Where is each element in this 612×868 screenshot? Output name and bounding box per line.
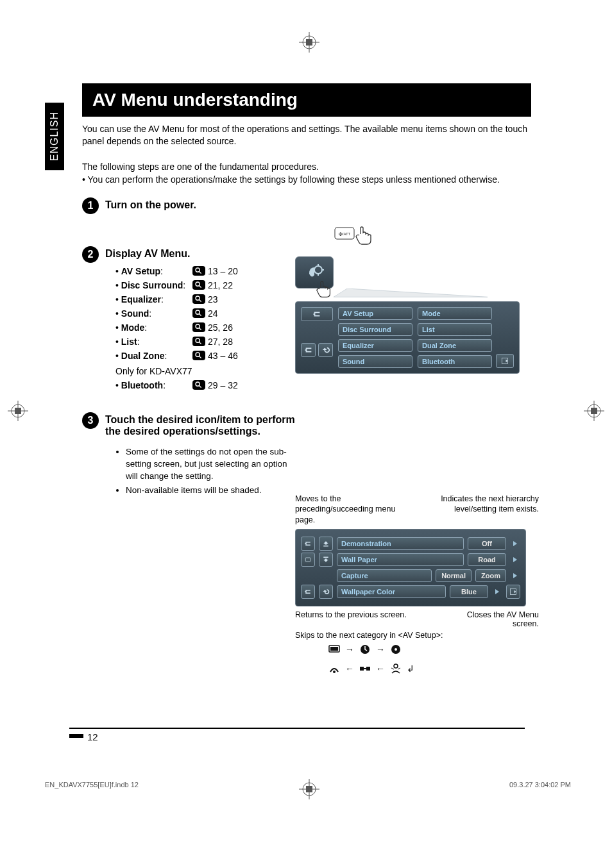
setting-value[interactable]: Off <box>468 537 506 550</box>
page-header: AV Menu understanding <box>82 83 531 117</box>
setting-value[interactable]: Zoom <box>475 569 506 582</box>
input-icon <box>358 663 372 674</box>
setting-value[interactable]: Blue <box>450 585 488 598</box>
expand-button[interactable] <box>301 585 315 599</box>
step-3: 3 Touch the desired icon/item to perform… <box>82 412 531 500</box>
menu-expand-button[interactable] <box>301 343 316 357</box>
svg-point-51 <box>394 664 398 668</box>
setting-value[interactable]: Normal <box>436 569 472 582</box>
caption-close: screen. <box>513 619 539 628</box>
page-ref-icon <box>192 380 205 390</box>
close-menu-button[interactable] <box>506 585 520 599</box>
power-button-graphic: ⏻/ATT <box>334 221 378 249</box>
registration-mark-right <box>584 401 604 421</box>
arrow-icon: ← <box>376 664 385 674</box>
menu-item-mode[interactable]: Mode <box>418 307 492 320</box>
step-3-note: Non-available items will be shaded. <box>126 485 298 497</box>
table-row: Wall Paper Road <box>301 553 520 567</box>
step-1-title: Turn on the power. <box>105 199 531 211</box>
svg-line-17 <box>199 271 201 273</box>
caption-preceding: Moves to the preceding/succeeding menu p… <box>295 494 407 525</box>
step-1: 1 Turn on the power. <box>82 197 531 214</box>
table-row: Capture Normal Zoom <box>301 569 520 583</box>
svg-line-27 <box>199 342 201 344</box>
step-3-note: Some of the settings do not open the sub… <box>126 446 298 483</box>
disc-icon <box>389 644 403 655</box>
menu-collapse-button[interactable] <box>301 307 333 321</box>
svg-point-46 <box>395 648 397 651</box>
step-number-icon: 3 <box>82 412 99 429</box>
footer-file: EN_KDAVX7755[EU]f.indb 12 <box>45 781 139 789</box>
setting-value[interactable]: Road <box>468 553 506 566</box>
menu-item-equalizer[interactable]: Equalizer <box>338 339 412 352</box>
menu-item-disc-surround[interactable]: Disc Surround <box>338 323 412 336</box>
page-ref-icon <box>192 337 205 346</box>
back-button[interactable] <box>318 343 333 357</box>
av-menu-graphic: AV Setup Mode Disc Surround List Equaliz… <box>295 256 532 374</box>
more-icon[interactable] <box>510 553 520 567</box>
svg-text:⏻/ATT: ⏻/ATT <box>339 232 351 236</box>
tuner-icon <box>327 663 341 674</box>
arrow-icon: → <box>345 644 354 655</box>
back-button[interactable] <box>319 585 333 599</box>
person-icon <box>389 663 403 674</box>
svg-line-31 <box>199 385 201 387</box>
svg-rect-49 <box>366 667 370 671</box>
intro-text: You can use the AV Menu for most of the … <box>82 123 531 147</box>
setting-label[interactable]: Wall Paper <box>337 553 464 566</box>
step3-detail-graphic: Moves to the preceding/succeeding menu p… <box>295 494 539 674</box>
footer-timestamp: 09.3.27 3:04:02 PM <box>509 781 571 789</box>
svg-rect-3 <box>306 39 312 46</box>
more-icon[interactable] <box>510 569 520 583</box>
display-icon <box>327 644 341 655</box>
svg-rect-48 <box>360 667 364 671</box>
menu-item-bluetooth[interactable]: Bluetooth <box>418 355 492 368</box>
page-ref-icon <box>192 308 205 318</box>
table-row: Wallpaper Color Blue <box>301 585 520 599</box>
setting-label[interactable]: Capture <box>337 569 432 582</box>
print-footer: EN_KDAVX7755[EU]f.indb 12 09.3.27 3:04:0… <box>45 781 571 789</box>
menu-item-av-setup[interactable]: AV Setup <box>338 307 412 320</box>
svg-line-53 <box>398 668 400 669</box>
svg-rect-11 <box>591 408 597 414</box>
collapse-button[interactable] <box>301 537 315 551</box>
page-down-button[interactable] <box>319 553 333 567</box>
svg-point-47 <box>333 671 336 673</box>
clock-icon <box>358 644 372 655</box>
setting-label[interactable]: Demonstration <box>337 537 464 550</box>
setting-label[interactable]: Wallpaper Color <box>337 585 446 598</box>
arrow-icon: ← <box>345 664 354 674</box>
page-ref-icon <box>192 266 205 276</box>
sub-intro-bullet: • You can perform the operations/make th… <box>82 174 531 185</box>
category-icon-button[interactable] <box>301 553 315 567</box>
svg-rect-7 <box>15 408 21 414</box>
svg-point-34 <box>314 266 322 274</box>
svg-line-52 <box>391 668 394 669</box>
language-tab: ENGLISH <box>45 103 64 170</box>
page-footer: 12 <box>69 728 525 742</box>
list-item: • Bluetooth: 29 – 32 <box>115 380 531 390</box>
close-menu-button[interactable] <box>496 354 514 368</box>
page-ref-icon <box>192 322 205 332</box>
page-up-button[interactable] <box>319 537 333 551</box>
caption-hierarchy: Indicates the next hierarchy level/setti… <box>427 494 539 525</box>
page-ref-icon <box>192 280 205 290</box>
svg-line-29 <box>199 356 201 358</box>
page-ref-icon <box>192 294 205 304</box>
svg-rect-43 <box>330 647 338 651</box>
menu-item-dual-zone[interactable]: Dual Zone <box>418 339 492 352</box>
svg-line-23 <box>199 313 201 315</box>
caption-close: Closes the AV Menu <box>467 610 539 619</box>
arrow-icon: → <box>376 644 385 655</box>
more-icon[interactable] <box>510 537 520 551</box>
svg-line-19 <box>199 285 201 287</box>
table-row: Demonstration Off <box>301 537 520 551</box>
step-3-title: Touch the desired icon/item to perform t… <box>105 414 298 437</box>
more-icon[interactable] <box>492 585 502 599</box>
page-number: 12 <box>87 731 98 742</box>
step-number-icon: 1 <box>82 197 99 214</box>
svg-line-25 <box>199 328 201 330</box>
caption-return: Returns to the previous screen. <box>295 610 407 628</box>
menu-item-list[interactable]: List <box>418 323 492 336</box>
menu-item-sound[interactable]: Sound <box>338 355 412 368</box>
